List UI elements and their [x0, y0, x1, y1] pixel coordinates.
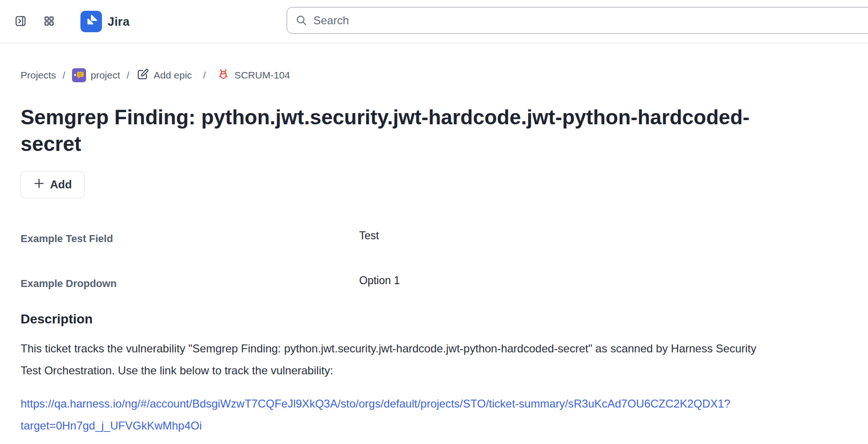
field-label-example-dropdown: Example Dropdown	[21, 276, 359, 292]
field-value-example-test-field[interactable]: Test	[359, 228, 847, 243]
description-heading: Description	[21, 311, 847, 327]
sidebar-expand-icon	[14, 15, 27, 29]
description-section: Description This ticket tracks the vulne…	[21, 311, 847, 437]
breadcrumb-issue-key[interactable]: SCRUM-104	[217, 68, 290, 83]
global-search	[287, 7, 868, 34]
field-label-example-test-field: Example Test Field	[21, 231, 359, 247]
edit-icon	[136, 68, 149, 83]
app-grid-icon	[43, 15, 55, 28]
search-icon	[295, 14, 308, 27]
breadcrumb-add-epic[interactable]: Add epic	[136, 68, 192, 83]
project-avatar-icon	[72, 68, 86, 82]
sidebar-toggle-button[interactable]	[14, 15, 27, 28]
issue-title[interactable]: Semgrep Finding: python.jwt.security.jwt…	[21, 104, 797, 157]
issue-view: Projects / project /	[0, 68, 868, 437]
description-body: This ticket tracks the vulnerability "Se…	[21, 337, 762, 381]
breadcrumb-project[interactable]: project	[72, 68, 120, 82]
plus-icon	[33, 178, 45, 192]
field-value-example-dropdown[interactable]: Option 1	[359, 272, 847, 288]
vulnerability-link[interactable]: https://qa.harness.io/ng/#/account/Bdsgi…	[21, 393, 762, 437]
breadcrumb-separator: /	[203, 70, 206, 81]
jira-logo-icon	[84, 14, 98, 29]
custom-fields: Example Test Field Test Example Dropdown…	[21, 231, 847, 292]
top-navigation-bar: Jira	[0, 0, 868, 43]
breadcrumb: Projects / project /	[21, 68, 847, 83]
search-input[interactable]	[313, 7, 868, 33]
app-switcher-button[interactable]	[43, 16, 55, 27]
breadcrumb-separator: /	[127, 70, 130, 81]
app-name: Jira	[108, 14, 130, 29]
breadcrumb-separator: /	[63, 70, 65, 81]
breadcrumb-projects[interactable]: Projects	[21, 70, 56, 81]
add-button[interactable]: Add	[21, 171, 85, 198]
jira-logo[interactable]	[80, 11, 102, 32]
bug-icon	[217, 68, 230, 83]
